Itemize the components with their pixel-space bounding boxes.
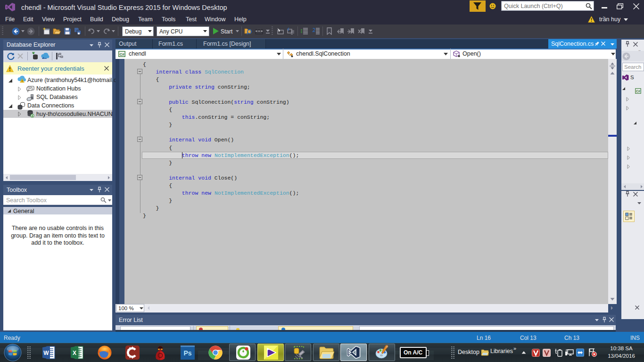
svg-text:C#: C# (119, 52, 124, 57)
svg-text:W: W (43, 350, 49, 356)
svg-text:Ps: Ps (183, 349, 191, 357)
svg-text:X: X (73, 350, 76, 356)
svg-text:C#: C# (636, 90, 640, 93)
